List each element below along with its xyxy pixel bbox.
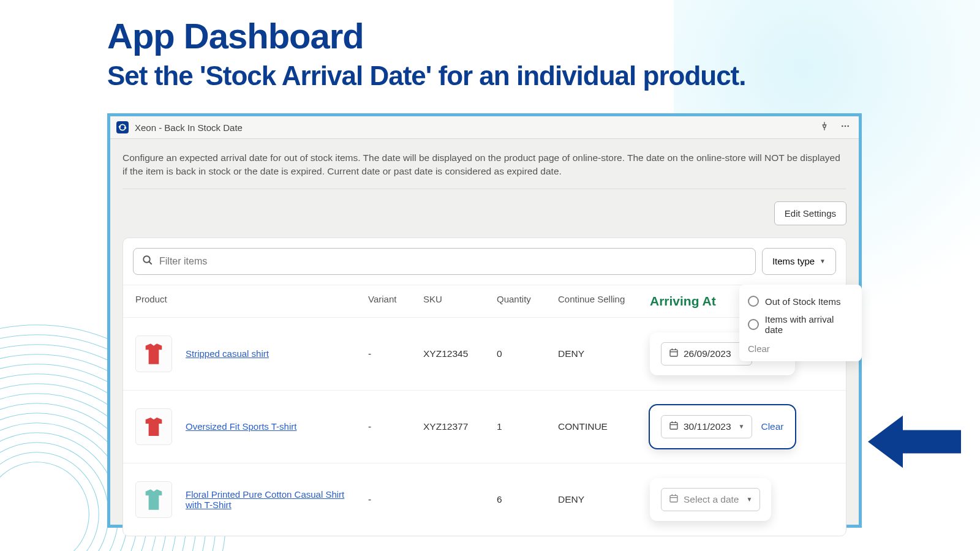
caret-down-icon: ▼	[820, 258, 826, 264]
continue-cell: CONTINUE	[558, 421, 650, 432]
sku-cell: XYZ12377	[423, 421, 497, 432]
calendar-icon	[669, 348, 679, 360]
search-icon	[142, 255, 153, 268]
items-type-label: Items type	[772, 256, 815, 266]
product-thumb-icon	[135, 408, 172, 445]
app-logo-icon	[116, 121, 129, 133]
svg-marker-32	[868, 416, 961, 468]
calendar-icon	[669, 493, 679, 506]
sku-cell: XYZ12345	[423, 348, 497, 359]
pin-icon[interactable]	[817, 119, 832, 136]
app-title: Xeon - Back In Stock Date	[135, 122, 243, 133]
clear-date-link[interactable]: Clear	[761, 421, 783, 432]
product-link[interactable]: Stripped casual shirt	[186, 348, 269, 359]
col-quantity: Quantity	[497, 294, 558, 309]
option-label: Out of Stock Items	[765, 296, 840, 307]
col-variant: Variant	[368, 294, 423, 309]
product-link[interactable]: Oversized Fit Sports T-shirt	[186, 421, 296, 432]
search-box[interactable]	[133, 248, 756, 275]
dropdown-clear[interactable]: Clear	[748, 339, 853, 354]
col-product: Product	[135, 294, 368, 309]
svg-line-19	[149, 261, 152, 264]
col-sku: SKU	[423, 294, 497, 309]
svg-point-12	[0, 443, 108, 551]
variant-cell: -	[368, 421, 423, 432]
svg-point-17	[847, 126, 849, 127]
svg-rect-20	[670, 350, 677, 356]
table-row: Oversized Fit Sports T-shirt - XYZ12377 …	[123, 390, 846, 463]
qty-cell: 0	[497, 348, 558, 359]
svg-point-13	[0, 452, 99, 551]
page-subtitle: Set the 'Stock Arrival Date' for an indi…	[107, 60, 949, 92]
svg-point-14	[0, 462, 89, 551]
callout-arrow-icon	[867, 413, 962, 471]
help-text: Configure an expected arrival date for o…	[123, 151, 846, 189]
product-thumb-icon	[135, 481, 172, 518]
items-type-dropdown: Out of Stock Items Items with arrival da…	[739, 285, 862, 361]
search-input[interactable]	[159, 256, 747, 267]
product-thumb-icon	[135, 335, 172, 372]
svg-rect-28	[670, 495, 677, 502]
table-row: Floral Printed Pure Cotton Casual Shirt …	[123, 463, 846, 536]
arrival-card-highlighted: 30/11/2023 ▼ Clear	[650, 405, 795, 448]
app-frame: Xeon - Back In Stock Date Configure an e…	[107, 113, 862, 528]
radio-icon	[748, 319, 759, 330]
app-bar: Xeon - Back In Stock Date	[110, 116, 859, 139]
col-continue: Continue Selling	[558, 294, 650, 309]
filter-option-out-of-stock[interactable]: Out of Stock Items	[748, 292, 853, 310]
caret-down-icon: ▼	[739, 423, 745, 430]
items-type-button[interactable]: Items type ▼	[762, 248, 836, 275]
page-title: App Dashboard	[107, 15, 949, 56]
date-value: Select a date	[684, 494, 739, 505]
calendar-icon	[669, 421, 679, 433]
more-icon[interactable]	[838, 119, 853, 136]
edit-settings-button[interactable]: Edit Settings	[774, 201, 846, 225]
qty-cell: 6	[497, 494, 558, 505]
svg-point-18	[143, 256, 150, 263]
qty-cell: 1	[497, 421, 558, 432]
date-picker-button[interactable]: Select a date ▼	[661, 488, 760, 511]
table-header: Product Variant SKU Quantity Continue Se…	[123, 285, 846, 317]
date-value: 30/11/2023	[684, 421, 731, 432]
svg-point-16	[845, 126, 846, 127]
date-picker-button[interactable]: 30/11/2023 ▼	[661, 415, 752, 438]
option-label: Items with arrival date	[765, 314, 853, 335]
radio-icon	[748, 296, 759, 307]
items-panel: Items type ▼ Product Variant SKU Quantit…	[123, 238, 846, 536]
arrival-card: Select a date ▼	[650, 478, 771, 521]
continue-cell: DENY	[558, 348, 650, 359]
svg-rect-24	[670, 422, 677, 429]
variant-cell: -	[368, 348, 423, 359]
svg-point-15	[842, 126, 843, 127]
filter-option-arrival-date[interactable]: Items with arrival date	[748, 310, 853, 339]
date-value: 26/09/2023	[684, 348, 731, 359]
caret-down-icon: ▼	[746, 496, 752, 503]
svg-point-11	[0, 433, 118, 551]
table-row: Stripped casual shirt - XYZ12345 0 DENY …	[123, 317, 846, 390]
product-link[interactable]: Floral Printed Pure Cotton Casual Shirt …	[186, 489, 345, 510]
continue-cell: DENY	[558, 494, 650, 505]
variant-cell: -	[368, 494, 423, 505]
